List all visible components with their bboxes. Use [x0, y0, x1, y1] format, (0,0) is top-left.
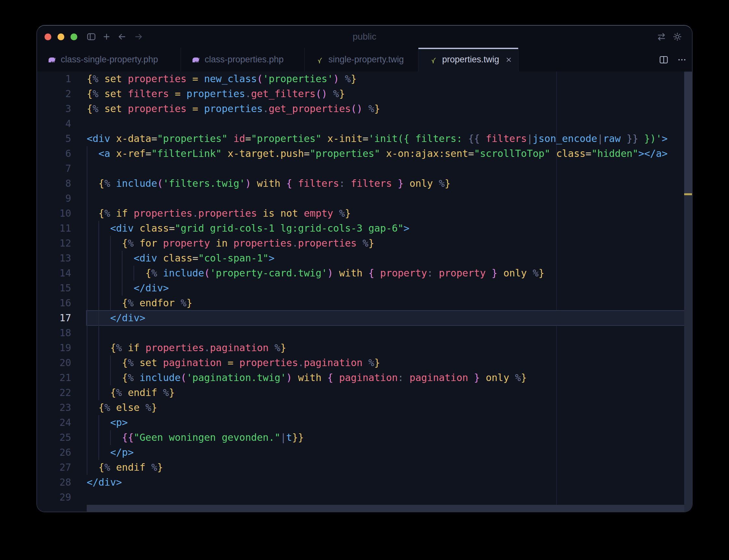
code-line[interactable]: 15 </div> [37, 281, 693, 296]
code-line[interactable]: 28</div> [37, 475, 693, 490]
line-number: 21 [37, 370, 71, 385]
code-line[interactable]: 8 {% include('filters.twig') with { filt… [37, 176, 693, 191]
title-bar: public [37, 26, 692, 48]
code-line[interactable]: 21 {% include('pagination.twig') with { … [37, 370, 693, 385]
twig-icon [315, 55, 324, 64]
vertical-scrollbar[interactable] [684, 71, 693, 512]
scroll-change-marker [684, 193, 693, 195]
code-line[interactable]: 22 {% endif %} [37, 385, 693, 400]
indent-guide [87, 191, 87, 206]
line-number: 25 [37, 430, 71, 445]
code-line[interactable]: 10 {% if properties.properties is not em… [37, 206, 693, 221]
line-number: 14 [37, 266, 71, 281]
code-text: {% set properties = properties.get_prope… [87, 101, 380, 116]
editor-window: public class-single-property.phpclass-pr… [36, 25, 693, 512]
indent-guide [87, 161, 87, 176]
code-editor[interactable]: 1{% set properties = new_class('properti… [37, 71, 693, 512]
code-line[interactable]: 1{% set properties = new_class('properti… [37, 71, 693, 86]
tab-class-properties.php[interactable]: class-properties.php [181, 48, 305, 71]
split-pane-icon[interactable] [659, 55, 669, 65]
line-number: 26 [37, 445, 71, 460]
code-text: </div> [87, 281, 169, 296]
code-text: {% if properties.properties is not empty… [87, 206, 351, 221]
code-line[interactable]: 17 </div> [37, 311, 693, 325]
code-line[interactable]: 25 {{"Geen woningen gevonden."|t}} [37, 430, 693, 445]
code-line[interactable]: 20 {% set pagination = properties.pagina… [37, 355, 693, 370]
tab-label: single-property.twig [328, 55, 404, 65]
line-number: 28 [37, 475, 71, 490]
tab-properties.twig[interactable]: properties.twig [418, 48, 518, 71]
close-icon[interactable] [505, 56, 513, 64]
code-text: {% set properties = new_class('propertie… [87, 71, 357, 86]
line-number: 3 [37, 101, 71, 116]
code-text: </div> [87, 311, 146, 325]
code-line[interactable]: 12 {% for property in properties.propert… [37, 236, 693, 251]
code-line[interactable]: 2{% set filters = properties.get_filters… [37, 86, 693, 101]
code-line[interactable]: 3{% set properties = properties.get_prop… [37, 101, 693, 116]
tab-class-single-property.php[interactable]: class-single-property.php [37, 48, 181, 71]
code-line[interactable]: 24 <p> [37, 415, 693, 430]
code-line[interactable]: 29 [37, 490, 693, 505]
line-number: 4 [37, 116, 71, 131]
code-text: <div x-data="properties" id="properties"… [87, 131, 668, 146]
code-text: </div> [87, 475, 122, 490]
code-text: {% endif %} [87, 385, 175, 400]
indent-guide [87, 325, 87, 340]
code-text: </p> [87, 445, 134, 460]
line-number: 12 [37, 236, 71, 251]
code-line[interactable]: 13 <div class="col-span-1"> [37, 251, 693, 266]
code-text: {% else %} [87, 400, 157, 415]
line-number: 17 [37, 311, 71, 325]
tab-bar: class-single-property.phpclass-propertie… [37, 48, 692, 71]
active-line-highlight [86, 310, 685, 326]
line-number: 23 [37, 400, 71, 415]
vertical-scrollbar-thumb[interactable] [684, 72, 693, 193]
settings-icon[interactable] [672, 31, 683, 42]
code-text: <div class="grid grid-cols-1 lg:grid-col… [87, 221, 409, 236]
code-line[interactable]: 6 <a x-ref="filterLink" x-target.push="p… [37, 146, 693, 161]
new-tab-icon[interactable] [101, 26, 112, 48]
line-number: 8 [37, 176, 71, 191]
line-number: 6 [37, 146, 71, 161]
line-number: 2 [37, 86, 71, 101]
tab-label: properties.twig [442, 55, 499, 65]
horizontal-scrollbar[interactable] [87, 505, 684, 512]
code-text: {% if properties.pagination %} [87, 340, 286, 355]
code-text: {% include('property-card.twig') with { … [87, 266, 544, 281]
more-icon[interactable] [677, 55, 687, 65]
code-line[interactable]: 23 {% else %} [37, 400, 693, 415]
tab-label: class-properties.php [205, 55, 284, 65]
code-text: {% endfor %} [87, 296, 192, 311]
line-number: 1 [37, 71, 71, 86]
line-number: 16 [37, 296, 71, 311]
forward-icon[interactable] [133, 26, 144, 48]
code-line[interactable]: 14 {% include('property-card.twig') with… [37, 266, 693, 281]
php-icon [191, 55, 200, 64]
php-icon [47, 55, 57, 64]
code-line[interactable]: 11 <div class="grid grid-cols-1 lg:grid-… [37, 221, 693, 236]
line-number: 11 [37, 221, 71, 236]
code-text: {% include('filters.twig') with { filter… [87, 176, 451, 191]
line-number: 9 [37, 191, 71, 206]
line-number: 7 [37, 161, 71, 176]
code-line[interactable]: 7 [37, 161, 693, 176]
twig-icon [429, 55, 438, 64]
code-text: {{"Geen woningen gevonden."|t}} [87, 430, 304, 445]
code-line[interactable]: 16 {% endfor %} [37, 296, 693, 311]
code-line[interactable]: 26 </p> [37, 445, 693, 460]
tab-label: class-single-property.php [61, 55, 158, 65]
line-number: 27 [37, 460, 71, 475]
code-line[interactable]: 27 {% endif %} [37, 460, 693, 475]
back-icon[interactable] [117, 26, 128, 48]
line-number: 13 [37, 251, 71, 266]
code-line[interactable]: 9 [37, 191, 693, 206]
code-line[interactable]: 5<div x-data="properties" id="properties… [37, 131, 693, 146]
code-line[interactable]: 4 [37, 116, 693, 131]
code-text: <a x-ref="filterLink" x-target.push="pro… [87, 146, 668, 161]
code-line[interactable]: 18 [37, 325, 693, 340]
sidebar-toggle-icon[interactable] [86, 26, 97, 48]
code-text: <p> [87, 415, 128, 430]
swap-panes-icon[interactable] [656, 31, 667, 42]
code-line[interactable]: 19 {% if properties.pagination %} [37, 340, 693, 355]
tab-single-property.twig[interactable]: single-property.twig [305, 48, 418, 71]
